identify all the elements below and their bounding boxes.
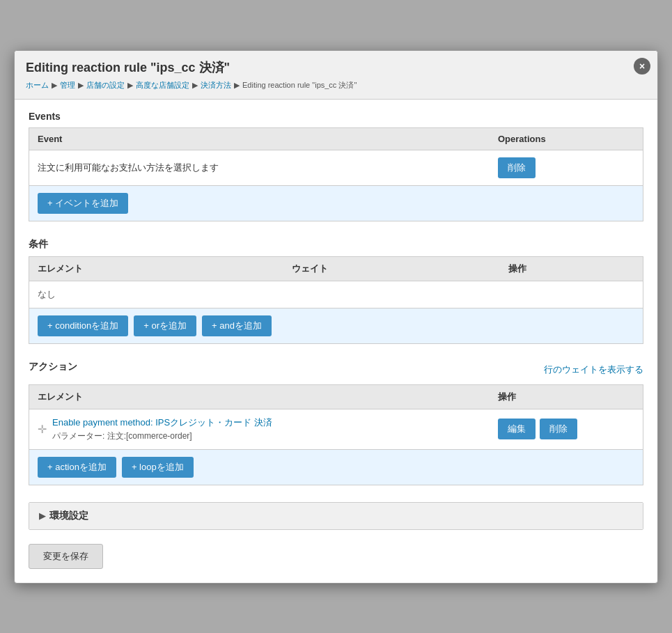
environment-section: ▶ 環境設定 <box>29 502 643 530</box>
breadcrumb-item-advanced[interactable]: 高度な店舗設定 <box>136 80 189 91</box>
actions-col-element: エレメント <box>29 385 490 409</box>
conditions-section: 条件 エレメント ウェイト 操作 なし <box>29 238 643 344</box>
dialog: Editing reaction rule "ips_cc 決済" ホーム ▶ … <box>14 50 658 584</box>
add-loop-button[interactable]: + loopを追加 <box>122 457 194 478</box>
add-action-button[interactable]: + actionを追加 <box>38 457 116 478</box>
conditions-none: なし <box>29 281 643 308</box>
events-action-footer: + イベントを追加 <box>29 185 643 221</box>
conditions-section-title: 条件 <box>29 238 643 251</box>
actions-section: アクション 行のウェイトを表示する エレメント 操作 <box>29 361 643 485</box>
action-param: パラメーター: 注文:[commerce-order] <box>52 430 272 442</box>
breadcrumb: ホーム ▶ 管理 ▶ 店舗の設定 ▶ 高度な店舗設定 ▶ 決済方法 ▶ Edit… <box>26 80 630 91</box>
action-operations-cell: 編集 削除 <box>490 409 643 449</box>
show-weight-link[interactable]: 行のウェイトを表示する <box>544 364 643 376</box>
dialog-header: Editing reaction rule "ips_cc 決済" ホーム ▶ … <box>15 51 657 100</box>
conditions-col-operation: 操作 <box>500 257 643 281</box>
environment-title: 環境設定 <box>49 510 88 522</box>
actions-col-operation: 操作 <box>490 385 643 409</box>
actions-action-footer: + actionを追加 + loopを追加 <box>29 449 643 485</box>
action-delete-button[interactable]: 削除 <box>540 419 577 439</box>
conditions-col-element: エレメント <box>29 257 283 281</box>
breadcrumb-item-payment[interactable]: 決済方法 <box>201 80 231 91</box>
chevron-right-icon: ▶ <box>39 511 45 521</box>
conditions-table: エレメント ウェイト 操作 なし <box>29 257 643 308</box>
table-row: 注文に利用可能なお支払い方法を選択します 削除 <box>29 150 643 185</box>
table-row: なし <box>29 281 643 308</box>
close-button[interactable]: × <box>634 58 650 75</box>
action-link[interactable]: Enable payment method: IPSクレジット・カード 決済 <box>52 417 272 428</box>
save-button[interactable]: 変更を保存 <box>29 544 103 569</box>
events-section: Events Event Operations 注文に利用可能なお支払い方法を選… <box>29 111 643 221</box>
event-delete-button[interactable]: 削除 <box>498 157 536 178</box>
action-cell: ✛ Enable payment method: IPSクレジット・カード 決済… <box>38 416 481 442</box>
table-row: ✛ Enable payment method: IPSクレジット・カード 決済… <box>29 409 643 449</box>
dialog-body: Events Event Operations 注文に利用可能なお支払い方法を選… <box>15 100 657 583</box>
actions-table-wrapper: エレメント 操作 ✛ Enable payment method: IPSクレジ… <box>29 384 643 485</box>
conditions-col-weight: ウェイト <box>283 257 500 281</box>
events-table-wrapper: Event Operations 注文に利用可能なお支払い方法を選択します 削除 <box>29 127 643 221</box>
add-and-button[interactable]: + andを追加 <box>202 315 272 336</box>
breadcrumb-item-store-settings[interactable]: 店舗の設定 <box>86 80 125 91</box>
add-condition-button[interactable]: + conditionを追加 <box>38 315 128 336</box>
drag-handle-icon[interactable]: ✛ <box>38 423 47 436</box>
conditions-action-footer: + conditionを追加 + orを追加 + andを追加 <box>29 308 643 343</box>
events-table: Event Operations 注文に利用可能なお支払い方法を選択します 削除 <box>29 128 643 185</box>
add-event-button[interactable]: + イベントを追加 <box>38 193 128 214</box>
dialog-title: Editing reaction rule "ips_cc 決済" <box>26 59 630 76</box>
events-section-title: Events <box>29 111 643 122</box>
breadcrumb-current: Editing reaction rule "ips_cc 決済" <box>242 80 357 91</box>
actions-section-header: アクション 行のウェイトを表示する <box>29 361 643 379</box>
events-col-operations: Operations <box>490 128 643 150</box>
action-edit-button[interactable]: 編集 <box>498 419 536 439</box>
actions-table: エレメント 操作 ✛ Enable payment method: IPSクレジ… <box>29 385 643 449</box>
conditions-table-wrapper: エレメント ウェイト 操作 なし + conditionを追加 + orを追加 <box>29 256 643 344</box>
breadcrumb-item-home[interactable]: ホーム <box>26 80 49 91</box>
actions-section-title: アクション <box>29 361 77 373</box>
breadcrumb-item-admin[interactable]: 管理 <box>60 80 75 91</box>
event-name: 注文に利用可能なお支払い方法を選択します <box>29 150 490 185</box>
add-or-button[interactable]: + orを追加 <box>134 315 196 336</box>
events-col-event: Event <box>29 128 490 150</box>
action-btn-group: 編集 削除 <box>498 419 634 439</box>
action-element-cell: ✛ Enable payment method: IPSクレジット・カード 決済… <box>29 409 490 449</box>
environment-header[interactable]: ▶ 環境設定 <box>29 503 643 529</box>
event-operations: 削除 <box>490 150 643 185</box>
